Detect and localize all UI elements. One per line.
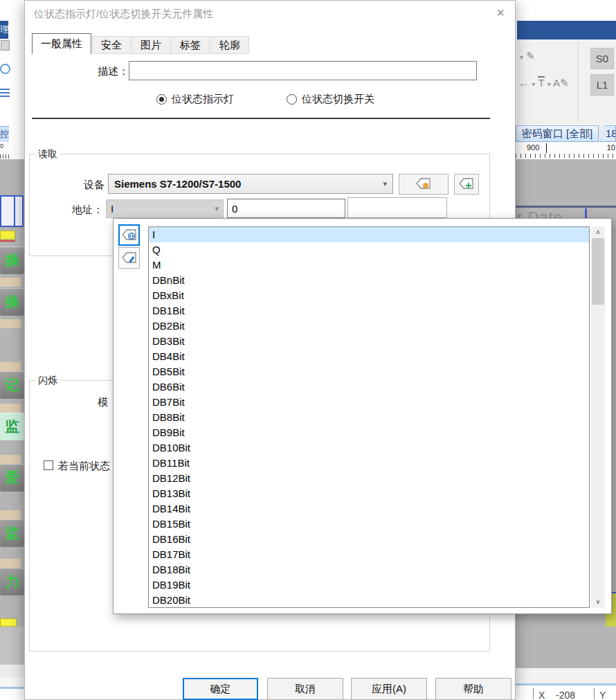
yellow-shape-fragment xyxy=(0,618,17,627)
ruler-ticks xyxy=(0,154,9,159)
divider xyxy=(0,319,21,328)
tab-password-window[interactable]: 密码窗口 [全部] xyxy=(516,125,599,142)
language-l1-button[interactable]: L1 xyxy=(590,74,614,96)
font-edit-icon[interactable]: A xyxy=(553,77,560,89)
address-type-option[interactable]: DB20Bit xyxy=(149,593,589,608)
hmi-button-fragment[interactable]: 操 xyxy=(0,288,24,316)
radio-unselected-icon xyxy=(287,94,297,105)
chevron-down-icon[interactable]: ▾ xyxy=(383,174,387,193)
address-type-option[interactable]: DB9Bit xyxy=(149,425,589,440)
statusbar-fragment xyxy=(516,668,616,683)
address-extra-field[interactable] xyxy=(347,197,447,218)
radio-bit-switch[interactable]: 位状态切换开关 xyxy=(287,93,374,106)
address-type-option-label: DB11Bit xyxy=(152,457,190,469)
address-type-option[interactable]: DB15Bit xyxy=(149,517,589,532)
hmi-button-fragment[interactable]: 爱 xyxy=(0,464,24,492)
top-align-icon[interactable]: T xyxy=(538,76,544,87)
hmi-button-fragment[interactable]: 记 xyxy=(0,371,24,399)
hmi-button-fragment[interactable]: 操 xyxy=(0,246,24,274)
tab-general[interactable]: 一般属性 xyxy=(32,33,91,54)
address-type-option[interactable]: DB16Bit xyxy=(149,532,589,547)
address-type-option[interactable]: DB14Bit xyxy=(149,501,589,517)
address-type-option[interactable]: DB10Bit xyxy=(149,440,589,456)
hmi-button-fragment[interactable]: 监 xyxy=(0,413,24,440)
close-icon[interactable]: × xyxy=(490,2,511,23)
address-type-option[interactable]: DBxBit xyxy=(149,288,589,303)
statusbar-coordinates: X -208 Y xyxy=(516,685,616,700)
tag-add-button[interactable] xyxy=(454,174,479,195)
scroll-up-icon[interactable]: ∧ xyxy=(591,226,605,238)
chevron-down-icon[interactable]: ▾ xyxy=(547,80,551,88)
radio-bit-lamp[interactable]: 位状态指示灯 xyxy=(156,93,234,106)
tag-edit-button[interactable] xyxy=(118,247,140,269)
address-type-option[interactable]: DB5Bit xyxy=(149,364,589,379)
address-type-combobox[interactable]: I ▾ xyxy=(106,199,224,218)
state-s0-button[interactable]: S0 xyxy=(590,48,614,69)
tag-manage-button[interactable] xyxy=(399,174,449,195)
arrow-left-icon[interactable]: ← xyxy=(518,77,529,89)
scrollbar-vertical[interactable]: ∧ ∨ xyxy=(591,226,605,608)
statusbar-fragment xyxy=(0,677,24,687)
address-type-option[interactable]: DB19Bit xyxy=(149,577,589,593)
tab-label[interactable]: 标签 xyxy=(171,36,210,54)
address-type-option-label: DB9Bit xyxy=(152,427,185,438)
address-type-option[interactable]: DB6Bit xyxy=(149,379,589,395)
tab-fragment[interactable]: 控 xyxy=(0,126,9,142)
clipboard-icon xyxy=(1,40,10,51)
address-offset-input[interactable] xyxy=(227,199,345,218)
chevron-down-icon[interactable]: ▾ xyxy=(215,200,219,217)
ok-button[interactable]: 确定 xyxy=(183,678,258,700)
chevron-down-icon[interactable]: ▾ xyxy=(532,80,535,88)
scrollbar-thumb[interactable] xyxy=(592,238,604,305)
divider xyxy=(0,510,21,519)
address-type-list[interactable]: IQMDBnBitDBxBitDB1BitDB2BitDB3BitDB4BitD… xyxy=(148,226,590,608)
dialog-tab-strip: 一般属性 安全 图片 标签 轮廓 xyxy=(32,33,250,54)
address-type-option[interactable]: Q xyxy=(149,242,589,258)
help-button[interactable]: 帮助 xyxy=(435,678,511,700)
radio-selected-icon xyxy=(156,94,167,105)
divider xyxy=(533,688,534,699)
address-type-option[interactable]: DB3Bit xyxy=(149,334,589,349)
address-type-option-label: DBnBit xyxy=(152,274,185,286)
ruler-ticks xyxy=(516,154,616,158)
apply-button[interactable]: 应用(A) xyxy=(351,678,427,700)
address-type-option[interactable]: M xyxy=(149,258,589,273)
address-type-option[interactable]: DB2Bit xyxy=(149,318,589,334)
address-type-option[interactable]: DB18Bit xyxy=(149,562,589,577)
tab-fragment-label: 控 xyxy=(0,129,9,139)
address-type-option-label: DB4Bit xyxy=(152,350,185,362)
address-type-option[interactable]: I xyxy=(149,227,589,242)
yellow-shape-fragment xyxy=(0,231,15,240)
address-type-option[interactable]: DB7Bit xyxy=(149,395,589,410)
address-type-option[interactable]: DB1Bit xyxy=(149,303,589,318)
tag-browse-button[interactable] xyxy=(118,224,140,246)
address-type-option[interactable]: DB13Bit xyxy=(149,486,589,501)
list-icon xyxy=(0,89,10,98)
address-type-option[interactable]: DBnBit xyxy=(149,273,589,288)
format-brush-icon[interactable]: ✎ xyxy=(526,50,535,62)
scroll-down-icon[interactable]: ∨ xyxy=(591,596,605,608)
tab-profile[interactable]: 轮廓 xyxy=(210,36,249,54)
flash-checkbox[interactable] xyxy=(44,460,53,470)
tab-security[interactable]: 安全 xyxy=(92,36,131,54)
description-input[interactable] xyxy=(129,61,477,80)
address-type-option[interactable]: DB12Bit xyxy=(149,471,589,486)
tag-pencil-icon xyxy=(121,251,138,265)
cell-divider xyxy=(14,197,15,226)
address-type-option[interactable]: DB8Bit xyxy=(149,410,589,425)
cancel-button[interactable]: 取消 xyxy=(267,678,343,700)
address-type-option[interactable]: DB17Bit xyxy=(149,547,589,562)
hmi-button-fragment[interactable]: 力 xyxy=(0,568,24,595)
divider xyxy=(0,404,21,413)
ruler-label-900: 900 xyxy=(527,143,539,152)
tab-picture[interactable]: 图片 xyxy=(132,36,170,54)
divider xyxy=(0,278,21,287)
chevron-down-icon[interactable]: ▾ xyxy=(520,53,523,61)
toolbar-divider xyxy=(578,42,579,121)
device-combobox[interactable]: Siemens S7-1200/S7-1500 ▾ xyxy=(108,174,393,194)
address-type-option[interactable]: DB4Bit xyxy=(149,349,589,364)
separator-line xyxy=(32,118,490,119)
address-type-option[interactable]: DB11Bit xyxy=(149,456,589,471)
circle-icon xyxy=(0,64,10,74)
hmi-button-fragment[interactable]: 监 xyxy=(0,519,24,547)
